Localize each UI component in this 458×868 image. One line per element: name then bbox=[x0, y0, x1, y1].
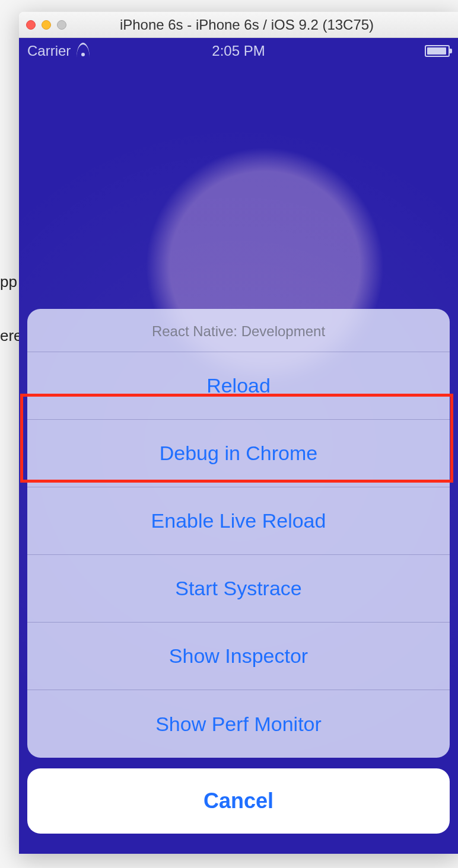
battery-icon bbox=[425, 45, 450, 57]
action-reload[interactable]: Reload bbox=[27, 352, 450, 420]
bg-text: ere bbox=[0, 327, 19, 345]
bg-text: pp bbox=[0, 273, 19, 291]
action-start-systrace[interactable]: Start Systrace bbox=[27, 555, 450, 623]
window-title: iPhone 6s - iPhone 6s / iOS 9.2 (13C75) bbox=[78, 17, 451, 33]
traffic-lights bbox=[26, 20, 66, 30]
action-label: Show Perf Monitor bbox=[155, 713, 322, 736]
background-page-fragment: pp ere bbox=[0, 273, 19, 868]
device-screen: Carrier 2:05 PM React Native: Developmen… bbox=[19, 38, 458, 854]
action-label: Enable Live Reload bbox=[151, 509, 326, 532]
action-sheet-group: React Native: Development Reload Debug i… bbox=[27, 309, 450, 758]
window-close-button[interactable] bbox=[26, 20, 36, 30]
action-cancel[interactable]: Cancel bbox=[27, 768, 450, 834]
action-sheet-title: React Native: Development bbox=[27, 309, 450, 352]
action-debug-chrome[interactable]: Debug in Chrome bbox=[27, 420, 450, 487]
action-sheet: React Native: Development Reload Debug i… bbox=[27, 309, 450, 834]
cancel-label: Cancel bbox=[203, 789, 273, 813]
simulator-window: iPhone 6s - iPhone 6s / iOS 9.2 (13C75) … bbox=[19, 12, 458, 854]
action-show-perf-monitor[interactable]: Show Perf Monitor bbox=[27, 690, 450, 758]
action-label: Reload bbox=[206, 374, 271, 397]
action-enable-live-reload[interactable]: Enable Live Reload bbox=[27, 487, 450, 555]
action-label: Start Systrace bbox=[175, 577, 302, 600]
action-label: Show Inspector bbox=[169, 644, 308, 668]
clock-label: 2:05 PM bbox=[19, 43, 458, 59]
window-minimize-button[interactable] bbox=[42, 20, 51, 30]
window-zoom-button[interactable] bbox=[57, 20, 66, 30]
action-label: Debug in Chrome bbox=[160, 442, 317, 465]
action-show-inspector[interactable]: Show Inspector bbox=[27, 623, 450, 690]
mac-titlebar[interactable]: iPhone 6s - iPhone 6s / iOS 9.2 (13C75) bbox=[19, 12, 458, 38]
ios-status-bar: Carrier 2:05 PM bbox=[19, 38, 458, 64]
